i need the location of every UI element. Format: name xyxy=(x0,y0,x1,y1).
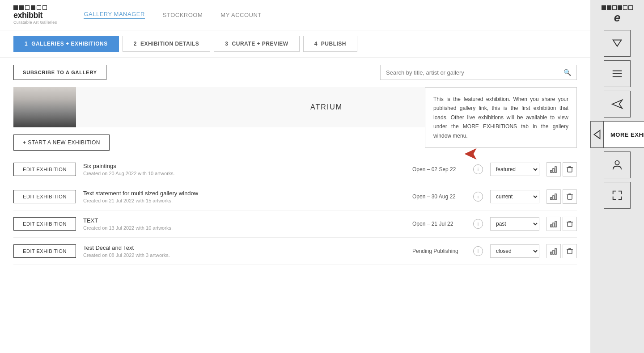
status-select[interactable]: featuredcurrentpastclosed xyxy=(490,163,539,176)
step-4-button[interactable]: 4 PUBLISH xyxy=(303,36,357,52)
s-box xyxy=(623,5,627,10)
sidebar-logo-icon xyxy=(602,5,633,10)
person-icon-button[interactable] xyxy=(604,151,631,178)
step-2-button[interactable]: 2 EXHIBITION DETAILS xyxy=(123,36,211,52)
svg-rect-10 xyxy=(551,225,552,227)
action-icons xyxy=(547,217,577,231)
step-3-number: 3 xyxy=(225,41,228,47)
more-exhibitions-row: MORE EXHIBITIONS xyxy=(590,121,644,148)
delete-icon-button[interactable] xyxy=(563,162,577,176)
stats-icon-button[interactable] xyxy=(547,189,561,204)
exhibition-info: Text statement for multi sized gallery w… xyxy=(83,190,405,203)
edit-exhibition-button[interactable]: EDIT EXHIBITION xyxy=(13,217,76,231)
expand-icon xyxy=(611,189,623,202)
atrium-thumbnail xyxy=(13,87,76,127)
exhibition-date: Open – 30 Aug 22 xyxy=(412,193,466,200)
status-select[interactable]: featuredcurrentpastclosed xyxy=(490,244,539,258)
info-icon[interactable]: i xyxy=(473,246,483,256)
action-icons xyxy=(547,244,577,258)
svg-point-26 xyxy=(615,161,619,165)
exhibition-meta: Created on 21 Jul 2022 with 15 artworks. xyxy=(83,198,405,203)
more-exhibitions-button[interactable]: MORE EXHIBITIONS xyxy=(604,121,644,148)
atrium-row: ATRIUM This is the featured exhibition. … xyxy=(13,87,577,127)
edit-exhibition-button[interactable]: EDIT EXHIBITION xyxy=(13,244,76,258)
step-1-button[interactable]: 1 GALLERIES + EXHIBITIONS xyxy=(13,36,119,52)
gallery-section: ATRIUM This is the featured exhibition. … xyxy=(0,87,590,353)
exhibition-row: EDIT EXHIBITIONSix paintings Created on … xyxy=(13,156,577,183)
step-3-button[interactable]: 3 CURATE + PREVIEW xyxy=(214,36,299,52)
search-container: 🔍 xyxy=(380,65,577,80)
exhibition-meta: Created on 13 Jul 2022 with 10 artworks. xyxy=(83,225,405,231)
triangle-down-icon xyxy=(611,37,623,50)
steps-bar: 1 GALLERIES + EXHIBITIONS 2 EXHIBITION D… xyxy=(0,30,590,58)
info-icon[interactable]: i xyxy=(473,219,483,229)
step-1-label: GALLERIES + EXHIBITIONS xyxy=(31,41,108,47)
nav-stockroom[interactable]: STOCKROOM xyxy=(163,12,203,18)
nav-links: GALLERY MANAGER STOCKROOM MY ACCOUNT xyxy=(84,11,261,19)
logo-subtitle: Curatable Art Galleries xyxy=(13,20,57,25)
sidebar-logo: e xyxy=(602,5,633,25)
svg-rect-16 xyxy=(553,250,554,254)
step-4-label: PUBLISH xyxy=(321,41,346,47)
svg-rect-7 xyxy=(555,194,556,200)
subscribe-button[interactable]: SUBSCRIBE TO A GALLERY xyxy=(13,65,106,80)
svg-marker-25 xyxy=(594,130,600,139)
exhibition-info: Six paintings Created on 20 Aug 2022 wit… xyxy=(83,163,405,176)
step-2-number: 2 xyxy=(134,41,137,47)
svg-rect-0 xyxy=(551,170,552,172)
nav-my-account[interactable]: MY ACCOUNT xyxy=(220,12,261,18)
svg-rect-12 xyxy=(555,221,556,227)
search-input[interactable] xyxy=(386,69,564,76)
step-2-label: EXHIBITION DETAILS xyxy=(140,41,199,47)
nav-gallery-manager[interactable]: GALLERY MANAGER xyxy=(84,11,144,19)
svg-rect-8 xyxy=(568,195,572,199)
start-new-exhibition-button[interactable]: + START A NEW EXHIBITION xyxy=(13,134,110,151)
svg-rect-13 xyxy=(568,222,572,227)
svg-rect-1 xyxy=(553,168,554,172)
exhibition-title: Six paintings xyxy=(83,163,405,169)
delete-icon-button[interactable] xyxy=(563,217,577,231)
status-select[interactable]: featuredcurrentpastclosed xyxy=(490,190,539,203)
svg-rect-18 xyxy=(568,249,572,254)
stats-icon-button[interactable] xyxy=(547,244,561,258)
delete-icon-button[interactable] xyxy=(563,189,577,204)
step-1-number: 1 xyxy=(25,41,28,47)
send-icon-button[interactable] xyxy=(604,91,631,118)
back-icon xyxy=(591,128,603,141)
svg-rect-15 xyxy=(551,252,552,254)
exhibition-meta: Created on 20 Aug 2022 with 10 artworks. xyxy=(83,171,405,176)
featured-tooltip: This is the featured exhibition. When yo… xyxy=(425,87,577,148)
s-box xyxy=(612,5,617,10)
logo-box xyxy=(19,5,24,10)
back-icon-button[interactable] xyxy=(590,121,604,148)
exhibition-date: Open – 02 Sep 22 xyxy=(412,166,466,172)
exhibition-date: Open – 21 Jul 22 xyxy=(412,221,466,227)
logo-box xyxy=(37,5,41,10)
info-icon[interactable]: i xyxy=(473,192,483,202)
stats-icon-button[interactable] xyxy=(547,162,561,176)
logo: exhibbit Curatable Art Galleries xyxy=(13,5,57,25)
s-box xyxy=(628,5,633,10)
action-icons xyxy=(547,162,577,176)
svg-marker-20 xyxy=(613,40,622,46)
logo-box xyxy=(13,5,18,10)
edit-exhibition-button[interactable]: EDIT EXHIBITION xyxy=(13,190,76,203)
s-box xyxy=(618,5,622,10)
delete-icon-button[interactable] xyxy=(563,244,577,258)
info-icon[interactable]: i xyxy=(473,164,483,174)
status-select[interactable]: featuredcurrentpastclosed xyxy=(490,217,539,231)
send-icon xyxy=(611,98,623,110)
logo-text: exhibbit xyxy=(13,11,57,20)
menu-icon-button[interactable] xyxy=(604,60,631,87)
edit-exhibition-button[interactable]: EDIT EXHIBITION xyxy=(13,163,76,176)
exhibition-title: Text statement for multi sized gallery w… xyxy=(83,190,405,197)
right-sidebar: e MORE EXHIBITIONS xyxy=(590,0,644,353)
logo-box xyxy=(25,5,30,10)
triangle-down-icon-button[interactable] xyxy=(604,30,631,57)
stats-icon-button[interactable] xyxy=(547,217,561,231)
action-icons xyxy=(547,189,577,204)
exhibition-row: EDIT EXHIBITIONTest Decal and Text Creat… xyxy=(13,238,577,265)
exhibition-info: TEXT Created on 13 Jul 2022 with 10 artw… xyxy=(83,217,405,231)
expand-icon-button[interactable] xyxy=(604,182,631,209)
svg-rect-6 xyxy=(553,196,554,200)
